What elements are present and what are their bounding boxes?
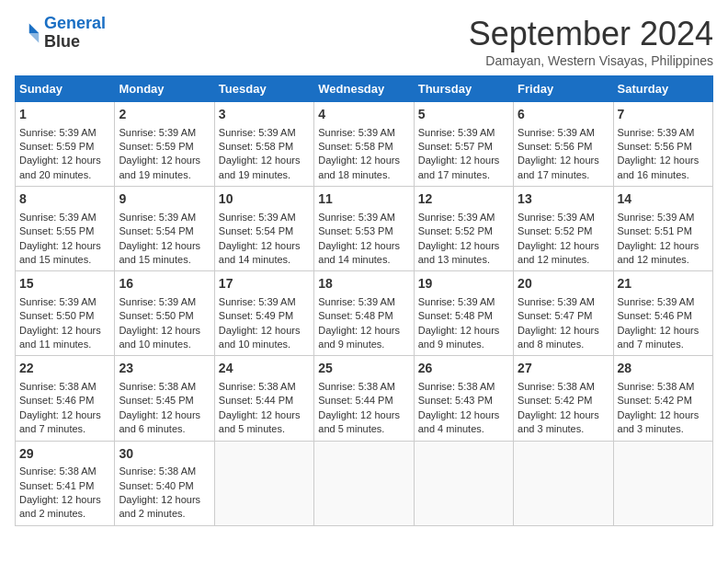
day-info-line: Daylight: 12 hours: [518, 154, 609, 167]
day-info-line: Daylight: 12 hours: [318, 239, 409, 253]
day-info-line: Daylight: 12 hours: [219, 324, 310, 338]
day-info-line: Sunset: 5:44 PM: [318, 394, 409, 408]
day-info-line: Sunset: 5:50 PM: [19, 309, 110, 323]
day-info-line: Daylight: 12 hours: [119, 239, 210, 253]
day-info-line: Daylight: 12 hours: [318, 408, 409, 422]
calendar-row: 22Sunrise: 5:38 AMSunset: 5:46 PMDayligh…: [16, 356, 713, 441]
day-info-line: Sunset: 5:43 PM: [418, 394, 509, 408]
day-info-line: Sunrise: 5:39 AM: [418, 126, 509, 140]
calendar-cell: 12Sunrise: 5:39 AMSunset: 5:52 PMDayligh…: [414, 187, 513, 271]
title-block: September 2024 Damayan, Western Visayas,…: [469, 15, 713, 68]
day-info-line: Sunset: 5:46 PM: [618, 309, 709, 323]
calendar-cell: [414, 441, 513, 525]
calendar-row: 15Sunrise: 5:39 AMSunset: 5:50 PMDayligh…: [16, 271, 713, 356]
day-info-line: and 14 minutes.: [318, 253, 409, 267]
day-number: 29: [19, 445, 110, 464]
col-sunday: Sunday: [16, 76, 115, 102]
day-info-line: Sunset: 5:58 PM: [318, 140, 409, 154]
day-number: 20: [518, 275, 609, 293]
day-info-line: Daylight: 12 hours: [119, 324, 210, 338]
day-info-line: Sunset: 5:45 PM: [119, 394, 210, 408]
day-number: 11: [318, 190, 409, 209]
day-info-line: Daylight: 12 hours: [518, 239, 609, 253]
day-info-line: Sunset: 5:59 PM: [19, 140, 110, 154]
day-number: 28: [618, 360, 709, 378]
day-number: 1: [19, 106, 110, 124]
day-number: 21: [618, 275, 709, 293]
day-number: 14: [618, 190, 709, 209]
calendar-cell: 17Sunrise: 5:39 AMSunset: 5:49 PMDayligh…: [214, 271, 313, 356]
day-info-line: Sunset: 5:54 PM: [219, 224, 310, 238]
day-info-line: and 9 minutes.: [418, 338, 509, 351]
day-number: 10: [219, 190, 310, 209]
day-info-line: Sunrise: 5:39 AM: [119, 211, 210, 224]
day-info-line: Sunrise: 5:39 AM: [19, 126, 110, 140]
day-info-line: Sunset: 5:55 PM: [19, 224, 110, 238]
day-info-line: Sunset: 5:47 PM: [518, 309, 609, 323]
day-number: 19: [418, 275, 509, 293]
day-info-line: and 18 minutes.: [318, 168, 409, 182]
day-info-line: Daylight: 12 hours: [219, 154, 310, 167]
day-number: 16: [119, 275, 210, 293]
day-info-line: Sunrise: 5:39 AM: [19, 211, 110, 224]
calendar-cell: 3Sunrise: 5:39 AMSunset: 5:58 PMDaylight…: [214, 102, 313, 187]
calendar-cell: 20Sunrise: 5:39 AMSunset: 5:47 PMDayligh…: [514, 271, 613, 356]
calendar-cell: 5Sunrise: 5:39 AMSunset: 5:57 PMDaylight…: [414, 102, 513, 187]
day-info-line: and 2 minutes.: [19, 507, 110, 521]
logo-text: GeneralBlue: [44, 15, 106, 52]
calendar-cell: 10Sunrise: 5:39 AMSunset: 5:54 PMDayligh…: [214, 187, 313, 271]
calendar-cell: 30Sunrise: 5:38 AMSunset: 5:40 PMDayligh…: [115, 441, 214, 525]
day-info-line: Daylight: 12 hours: [618, 324, 709, 338]
calendar-cell: 19Sunrise: 5:39 AMSunset: 5:48 PMDayligh…: [414, 271, 513, 356]
day-info-line: Daylight: 12 hours: [518, 408, 609, 422]
day-info-line: Daylight: 12 hours: [19, 324, 110, 338]
day-info-line: and 15 minutes.: [119, 253, 210, 267]
calendar-cell: [514, 441, 613, 525]
day-info-line: Sunset: 5:56 PM: [618, 140, 709, 154]
day-info-line: Daylight: 12 hours: [19, 408, 110, 422]
day-info-line: and 7 minutes.: [618, 338, 709, 351]
day-info-line: and 19 minutes.: [219, 168, 310, 182]
calendar-cell: [314, 441, 414, 525]
calendar-cell: 28Sunrise: 5:38 AMSunset: 5:42 PMDayligh…: [613, 356, 712, 441]
calendar-cell: [214, 441, 313, 525]
day-info-line: Sunrise: 5:39 AM: [219, 295, 310, 309]
calendar-cell: 11Sunrise: 5:39 AMSunset: 5:53 PMDayligh…: [314, 187, 414, 271]
day-number: 7: [618, 106, 709, 124]
day-info-line: Sunrise: 5:39 AM: [19, 295, 110, 309]
day-number: 13: [518, 190, 609, 209]
day-info-line: and 2 minutes.: [119, 507, 210, 521]
day-info-line: Sunset: 5:46 PM: [19, 394, 110, 408]
logo-icon: [15, 20, 40, 46]
day-info-line: Sunrise: 5:39 AM: [318, 126, 409, 140]
day-info-line: Daylight: 12 hours: [219, 408, 310, 422]
day-number: 17: [219, 275, 310, 293]
calendar-cell: 22Sunrise: 5:38 AMSunset: 5:46 PMDayligh…: [16, 356, 115, 441]
day-info-line: Daylight: 12 hours: [618, 408, 709, 422]
calendar-cell: 23Sunrise: 5:38 AMSunset: 5:45 PMDayligh…: [115, 356, 214, 441]
day-info-line: and 14 minutes.: [219, 253, 310, 267]
day-info-line: Sunset: 5:54 PM: [119, 224, 210, 238]
day-info-line: Sunset: 5:52 PM: [518, 224, 609, 238]
day-info-line: and 11 minutes.: [19, 338, 110, 351]
col-monday: Monday: [115, 76, 214, 102]
day-info-line: Daylight: 12 hours: [418, 154, 509, 167]
day-info-line: Sunset: 5:58 PM: [219, 140, 310, 154]
calendar-cell: 18Sunrise: 5:39 AMSunset: 5:48 PMDayligh…: [314, 271, 414, 356]
page-header: GeneralBlue September 2024 Damayan, West…: [15, 15, 713, 68]
day-number: 27: [518, 360, 609, 378]
day-info-line: Sunrise: 5:39 AM: [618, 126, 709, 140]
day-info-line: and 5 minutes.: [219, 422, 310, 436]
day-info-line: Daylight: 12 hours: [219, 239, 310, 253]
day-info-line: Sunrise: 5:39 AM: [119, 295, 210, 309]
day-info-line: Daylight: 12 hours: [418, 324, 509, 338]
calendar-cell: [613, 441, 712, 525]
day-info-line: Sunset: 5:40 PM: [119, 479, 210, 493]
day-info-line: Sunrise: 5:39 AM: [618, 211, 709, 224]
day-info-line: Daylight: 12 hours: [119, 408, 210, 422]
day-info-line: Daylight: 12 hours: [119, 154, 210, 167]
logo: GeneralBlue: [15, 15, 106, 52]
calendar-cell: 6Sunrise: 5:39 AMSunset: 5:56 PMDaylight…: [514, 102, 613, 187]
calendar-cell: 26Sunrise: 5:38 AMSunset: 5:43 PMDayligh…: [414, 356, 513, 441]
day-number: 22: [19, 360, 110, 378]
